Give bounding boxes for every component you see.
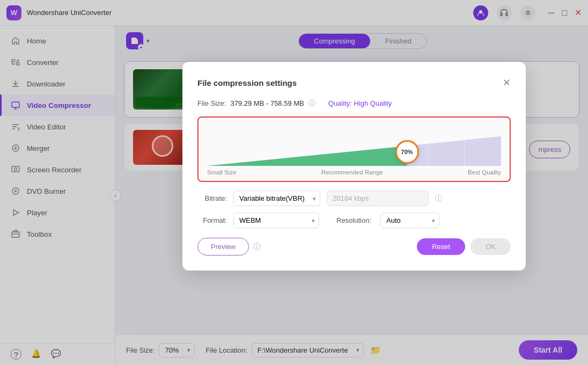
svg-marker-24 [207,146,407,166]
format-label: Format: [197,216,227,224]
ok-button[interactable]: OK [471,238,511,255]
slider-labels: Small Size Recommended Range Best Qualit… [207,169,501,176]
resolution-select[interactable]: Auto [380,213,439,228]
resolution-label: Resolution: [336,216,374,224]
reset-button[interactable]: Reset [417,238,465,255]
bitrate-value-input[interactable] [327,191,429,206]
preview-button[interactable]: Preview [197,238,249,256]
modal-file-size-value: 379.29 MB - 758.59 MB [230,99,304,107]
format-select[interactable]: WEBM [233,213,319,228]
format-resolution-row: Format: WEBM Resolution: Auto [197,213,511,228]
bitrate-label: Bitrate: [197,194,227,202]
compression-settings-modal[interactable]: File compression settings ✕ File Size: 3… [182,62,526,271]
modal-close-button[interactable]: ✕ [503,77,511,89]
modal-overlay: File compression settings ✕ File Size: 3… [0,0,588,365]
format-select-wrap: WEBM [233,213,319,228]
preview-section: Preview ⓘ [197,238,261,256]
slider-track[interactable]: 70% [207,128,501,166]
modal-file-size-label: File Size: [197,99,226,107]
modal-header: File compression settings ✕ [197,77,511,89]
bitrate-row: Bitrate: Variable bitrate(VBR) ⓘ [197,191,511,206]
small-size-label: Small Size [207,169,236,176]
modal-title: File compression settings [197,78,297,87]
bitrate-select-wrap: Variable bitrate(VBR) [233,191,320,206]
best-quality-label: Best Quality [468,169,501,176]
modal-action-buttons: Reset OK [417,238,511,255]
compression-slider-container: 70% Small Size Recommended Range Best Qu… [197,116,511,182]
resolution-select-wrap: Auto [380,213,439,228]
slider-background-svg [207,136,501,166]
bitrate-select[interactable]: Variable bitrate(VBR) [233,191,320,206]
file-size-info-icon[interactable]: ⓘ [308,98,315,108]
recommended-label: Recommended Range [321,169,383,176]
preview-help-icon[interactable]: ⓘ [253,242,261,252]
modal-footer: Preview ⓘ Reset OK [197,238,511,256]
slider-thumb[interactable]: 70% [395,140,419,164]
quality-label: Quality: High Quality [328,99,392,107]
file-size-info-row: File Size: 379.29 MB - 758.59 MB ⓘ Quali… [197,98,511,108]
bitrate-info-icon[interactable]: ⓘ [435,194,442,203]
